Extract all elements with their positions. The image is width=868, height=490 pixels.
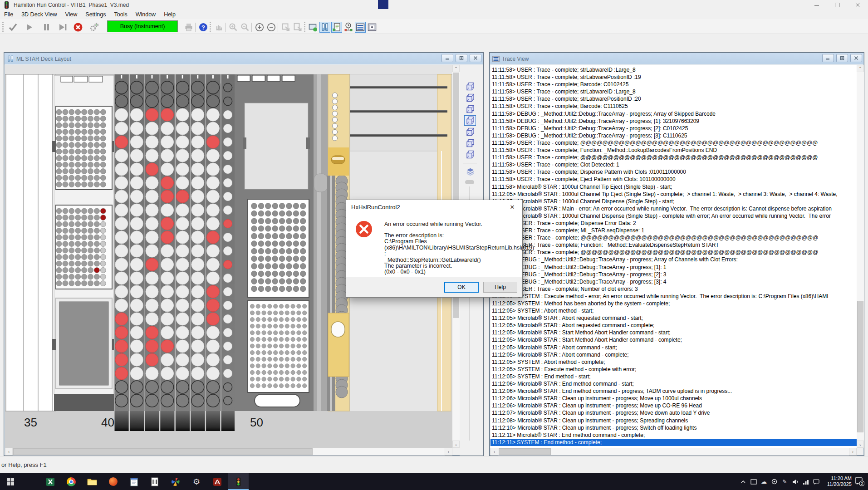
trace-vscroll-thumb[interactable] <box>857 301 863 432</box>
pan-hand-icon[interactable] <box>213 22 224 33</box>
minimize-button[interactable] <box>807 0 827 10</box>
menu-3d-deck-view[interactable]: 3D Deck View <box>17 10 61 19</box>
status-circle-icon[interactable] <box>770 477 778 486</box>
zoom-slider-handle[interactable] <box>465 180 474 184</box>
trace-log-line[interactable]: 11:11:58> USER : Trace - complete; Barco… <box>490 81 857 88</box>
trace-hscrollbar[interactable]: ‹ › <box>490 448 857 456</box>
trace-log-line[interactable]: 11:12:05> USER : Trace - complete; Numbe… <box>490 285 857 293</box>
trace-log-line[interactable]: 11:12:05> SYSTEM : Abort method - start; <box>490 307 857 314</box>
trace-log-line[interactable]: 11:12:05> USER : Trace - complete; Funct… <box>490 241 857 249</box>
zoom-out-area-icon[interactable] <box>240 22 250 33</box>
trace-log-line[interactable]: 11:12:06> Microlab® STAR : Clean up inst… <box>490 402 857 409</box>
trace-log-line[interactable]: 11:12:05> USER : Trace - complete; ML_ST… <box>490 227 857 234</box>
trace-log-line[interactable]: 11:11:58> Microlab® STAR : 1000ul Channe… <box>490 183 857 191</box>
steps-view-icon[interactable] <box>331 22 342 33</box>
trace-log-line[interactable]: 11:12:05> Microlab® STAR : Main - error;… <box>490 205 857 212</box>
deck-minimize-button[interactable] <box>441 54 453 62</box>
zoom-out-icon[interactable] <box>266 22 277 33</box>
taskbar-start-icon[interactable] <box>0 473 21 490</box>
trace-vscroll-down-icon[interactable]: ⌄ <box>857 441 864 448</box>
abort-icon[interactable] <box>73 22 83 33</box>
trace-log-line[interactable]: 11:11:58> USER : Trace - complete; Funct… <box>490 147 857 154</box>
menu-tools[interactable]: Tools <box>110 10 131 19</box>
trace-log-line[interactable]: 11:12:05> Microlab® STAR : 1000ul Channe… <box>490 198 857 205</box>
window-tray-icon[interactable] <box>750 477 757 486</box>
pause-icon[interactable] <box>41 22 52 33</box>
trace-log-line[interactable]: 11:12:05> Microlab® STAR : Start Method … <box>490 329 857 336</box>
taskbar-hamilton-run-control-icon[interactable] <box>228 473 249 490</box>
trace-log-line[interactable]: 11:11:58> USER : Trace - complete; @@@@@… <box>490 139 857 147</box>
deck-hscrollbar[interactable]: ‹ › <box>5 448 452 456</box>
trace-hscroll-thumb[interactable] <box>499 448 551 455</box>
taskbar-settings-gear-icon[interactable]: ⚙ <box>186 473 207 490</box>
trace-log-line[interactable]: 11:12:05> DEBUG : _Method::Util2::Debug:… <box>490 256 857 263</box>
taskbar-barcode-doc-icon[interactable] <box>144 473 165 490</box>
run-icon[interactable] <box>24 22 34 33</box>
trace-minimize-button[interactable] <box>822 54 834 62</box>
trace-log-line[interactable]: 11:11:58> USER : Trace - complete; strLa… <box>490 74 857 81</box>
trace-log-line[interactable]: 11:11:58> USER : Trace - complete; @@@@@… <box>490 154 857 161</box>
trace-restore-button[interactable] <box>836 54 848 62</box>
deck-view-cube-icon[interactable] <box>464 149 476 160</box>
trace-log-line[interactable]: 11:12:05> Microlab® STAR : Abort command… <box>490 351 857 358</box>
trace-log-line[interactable]: 11:11:58> USER : Trace - complete; strLa… <box>490 95 857 103</box>
trace-hscroll-right-icon[interactable]: › <box>849 448 857 456</box>
taskbar-browser-icon[interactable] <box>103 473 123 490</box>
trace-close-button[interactable] <box>850 54 862 62</box>
step-icon[interactable] <box>57 22 68 33</box>
deck-hscroll-right-icon[interactable]: › <box>445 448 452 456</box>
fit-width-icon[interactable] <box>280 22 291 33</box>
help-icon[interactable]: ? <box>198 22 209 33</box>
trace-log-line[interactable]: 11:12:05> SYSTEM : Execute method - comp… <box>490 366 857 373</box>
show-desktop-button[interactable] <box>866 473 868 490</box>
deck-view-cube-icon[interactable] <box>464 127 476 137</box>
deck-view-cube-icon[interactable] <box>464 81 476 92</box>
trace-log-line[interactable]: 11:11:58> USER : Trace - complete; Dispe… <box>490 168 857 176</box>
trace-log-line[interactable]: 11:12:07> Microlab® STAR : Clean up inst… <box>490 409 857 416</box>
taskbar-clock[interactable]: 11:20 AM 11/20/2025 <box>822 475 852 487</box>
trace-log-line[interactable]: 11:11:58> DEBUG : _Method::Util2::Debug:… <box>490 125 857 132</box>
trace-log-line[interactable]: 11:12:05> DEBUG : _Method::Util2::Debug:… <box>490 278 857 285</box>
deck-restore-button[interactable] <box>456 54 467 62</box>
trace-log-line[interactable]: 11:12:11> Microlab® STAR : End method co… <box>490 431 857 439</box>
trace-log[interactable]: 11:11:58> USER : Trace - complete; strLa… <box>490 65 857 448</box>
deck-window-titlebar[interactable]: ML STAR Deck Layout <box>5 53 483 64</box>
trace-log-line[interactable]: 11:12:05> SYSTEM : Abort method - comple… <box>490 358 857 366</box>
trace-log-line[interactable]: 11:11:58> USER : Trace - complete; Clot … <box>490 161 857 168</box>
trace-log-line[interactable]: 11:12:05> Microlab® STAR : Start Method … <box>490 336 857 343</box>
taskbar-file-explorer-icon[interactable] <box>82 473 103 490</box>
network-icon[interactable] <box>802 477 809 486</box>
trace-log-line[interactable]: 11:12:05> USER : Trace - complete; @@@@@… <box>490 249 857 256</box>
fit-page-icon[interactable] <box>292 22 303 33</box>
trace-log-line-selected[interactable]: 11:12:11> SYSTEM : End method - complete… <box>490 439 857 446</box>
close-button[interactable] <box>848 0 868 10</box>
tips-view-icon[interactable] <box>319 22 330 33</box>
deck-vscroll-up-icon[interactable]: ⌃ <box>452 65 460 72</box>
trace-log-line[interactable]: 11:12:05> Microlab® STAR : 1000ul Channe… <box>490 212 857 220</box>
deck-view-cube-icon[interactable] <box>464 93 476 103</box>
trace-log-line[interactable]: 11:11:58> DEBUG : _Method::Util2::Debug:… <box>490 118 857 125</box>
trace-log-line[interactable]: 11:11:58> DEBUG : _Method::Util2::Debug:… <box>490 110 857 118</box>
trace-view-icon[interactable] <box>355 22 366 33</box>
trace-vscrollbar[interactable]: ⌃ ⌄ <box>857 65 864 448</box>
trace-log-line[interactable]: 11:12:05> USER : Trace - complete; Dispe… <box>490 220 857 227</box>
trace-log-line[interactable]: 11:11:58> USER : Trace - complete; Barco… <box>490 103 857 110</box>
print-icon[interactable] <box>183 22 194 33</box>
pen-icon[interactable]: ✎ <box>781 477 789 486</box>
trace-log-line[interactable]: 11:12:06> Microlab® STAR : End method co… <box>490 387 857 395</box>
system-setup-icon[interactable] <box>89 22 100 33</box>
action-center-badge-icon[interactable]: 2 <box>854 476 864 486</box>
trace-log-line[interactable]: 11:12:08> Microlab® STAR : Clean up inst… <box>490 417 857 424</box>
error-dialog-close-icon[interactable]: ✕ <box>502 200 522 214</box>
trace-log-line[interactable]: 11:12:05> SYSTEM : Method has been abort… <box>490 300 857 307</box>
taskbar-notepad-icon[interactable] <box>123 473 144 490</box>
deck-view-cube-icon[interactable] <box>464 138 476 148</box>
trace-log-line[interactable]: 11:12:05> DEBUG : _Method::Util2::Debug:… <box>490 264 857 271</box>
deck-vscroll-down-icon[interactable]: ⌄ <box>452 441 460 448</box>
taskbar-acrobat-icon[interactable] <box>207 473 228 490</box>
trace-log-line[interactable]: 11:11:58> DEBUG : _Method::Util2::Debug:… <box>490 132 857 139</box>
deck-hscroll-thumb[interactable] <box>13 448 313 455</box>
menu-window[interactable]: Window <box>132 10 160 19</box>
taskbar-excel-icon[interactable] <box>40 473 61 490</box>
busy-status-button[interactable]: Busy (Instrument) <box>107 20 178 32</box>
